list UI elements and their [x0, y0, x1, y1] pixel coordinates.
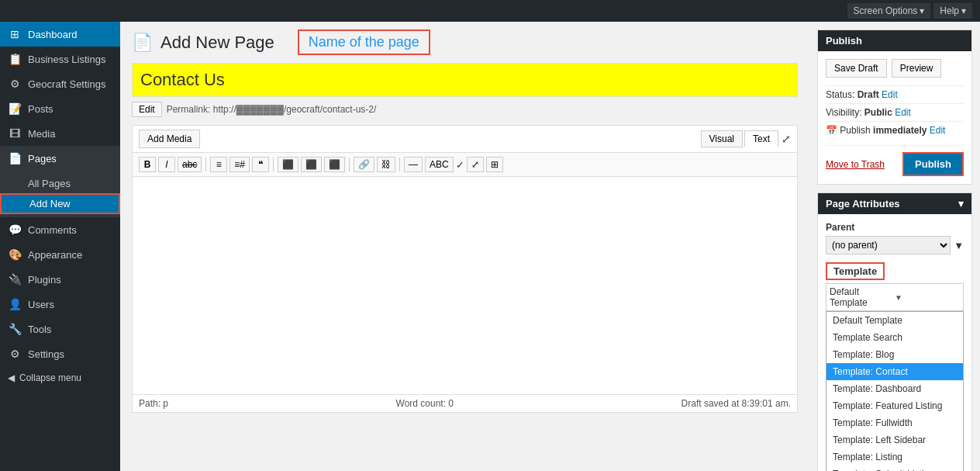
- strikethrough-button[interactable]: abc: [178, 157, 202, 172]
- fullscreen-editor-button[interactable]: ⤢: [467, 157, 484, 172]
- publish-buttons: Save Draft Preview: [826, 59, 964, 78]
- name-of-page-annotation: Name of the page: [298, 29, 430, 55]
- sidebar-item-comments[interactable]: 💬 Comments: [0, 217, 120, 242]
- publish-body: Save Draft Preview Status: Draft Edit Vi…: [818, 51, 971, 184]
- chevron-down-icon: ▾: [958, 198, 964, 210]
- publish-header: Publish: [818, 30, 971, 51]
- publish-edit-link[interactable]: Edit: [930, 125, 946, 136]
- parent-select-row: (no parent) ▼: [826, 236, 964, 255]
- template-option-search[interactable]: Template Search: [826, 329, 963, 346]
- page-title-input[interactable]: [132, 63, 798, 97]
- template-dropdown-list: Default Template Template Search Templat…: [826, 311, 964, 471]
- right-panel: Publish Save Draft Preview Status: Draft…: [809, 22, 980, 471]
- sidebar-item-users[interactable]: 👤 Users: [0, 292, 120, 317]
- sidebar-item-plugins[interactable]: 🔌 Plugins: [0, 267, 120, 292]
- blockquote-button[interactable]: ❝: [252, 157, 269, 172]
- collapse-icon: ◀: [8, 372, 15, 383]
- parent-label: Parent: [826, 222, 964, 233]
- template-select-shown[interactable]: Default Template ▼: [826, 283, 964, 311]
- business-listings-icon: 📋: [8, 53, 22, 65]
- editor-body[interactable]: [133, 177, 797, 394]
- sidebar-item-business-listings[interactable]: 📋 Business Listings: [0, 47, 120, 71]
- template-option-dashboard[interactable]: Template: Dashboard: [826, 380, 963, 397]
- editor-container: Add Media Visual Text ⤢ B I abc ≡ ≡# ❝: [132, 125, 798, 413]
- visibility-value: Public: [864, 107, 892, 118]
- template-dropdown-arrow: ▼: [895, 293, 960, 302]
- table-button[interactable]: ⊞: [486, 157, 503, 172]
- template-option-submit[interactable]: Template: Submit Listing: [826, 466, 963, 471]
- sidebar-item-tools[interactable]: 🔧 Tools: [0, 317, 120, 341]
- link-button[interactable]: 🔗: [354, 157, 374, 172]
- settings-icon: ⚙: [8, 348, 22, 360]
- path-indicator: Path: p: [139, 398, 168, 409]
- unlink-button[interactable]: ⛓: [377, 157, 395, 172]
- page-attributes-box: Page Attributes ▾ Parent (no parent) ▼ T…: [817, 192, 972, 471]
- status-label: Status:: [826, 89, 854, 100]
- template-option-fullwidth[interactable]: Template: Fullwidth: [826, 414, 963, 431]
- add-media-section: Add Media: [139, 130, 200, 148]
- dropdown-icon: ▼: [954, 240, 964, 251]
- sidebar-item-pages[interactable]: 📄 Pages: [0, 146, 120, 171]
- screen-options-button[interactable]: Screen Options ▾: [847, 3, 931, 19]
- publish-label: Publish: [840, 125, 870, 136]
- template-option-blog[interactable]: Template: Blog: [826, 346, 963, 363]
- template-option-left-sidebar[interactable]: Template: Left Sidebar: [826, 431, 963, 448]
- main-content: 📄 Add New Page Name of the page Edit Per…: [120, 22, 809, 471]
- template-option-contact[interactable]: Template: Contact: [826, 363, 963, 380]
- posts-icon: 📝: [8, 102, 22, 115]
- top-bar: Screen Options ▾ Help ▾: [0, 0, 980, 22]
- move-to-trash-link[interactable]: Move to Trash: [826, 159, 885, 170]
- visibility-label: Visibility:: [826, 107, 861, 118]
- spell-check-button[interactable]: ABC: [425, 157, 454, 172]
- unordered-list-button[interactable]: ≡: [210, 157, 227, 172]
- parent-select[interactable]: (no parent): [826, 236, 951, 255]
- more-button[interactable]: —: [404, 157, 423, 172]
- align-center-button[interactable]: ⬛: [301, 157, 322, 172]
- page-title-row: 📄 Add New Page Name of the page: [132, 29, 798, 55]
- sidebar-item-posts[interactable]: 📝 Posts: [0, 96, 120, 121]
- fullscreen-icon[interactable]: ⤢: [782, 133, 791, 145]
- italic-button[interactable]: I: [158, 157, 175, 172]
- pages-submenu: All Pages Add New: [0, 171, 120, 217]
- template-option-featured[interactable]: Template: Featured Listing: [826, 397, 963, 414]
- edit-permalink-button[interactable]: Edit: [132, 102, 162, 117]
- appearance-icon: 🎨: [8, 248, 22, 261]
- template-label: Template: [826, 262, 885, 280]
- visual-tab[interactable]: Visual: [701, 130, 743, 147]
- visibility-edit-link[interactable]: Edit: [895, 107, 911, 118]
- layout: ⊞ Dashboard 📋 Business Listings ⚙ Geocra…: [0, 22, 980, 471]
- text-tab[interactable]: Text: [744, 130, 778, 147]
- collapse-menu[interactable]: ◀ Collapse menu: [0, 366, 120, 390]
- page-attributes-header: Page Attributes ▾: [818, 193, 971, 214]
- users-icon: 👤: [8, 298, 22, 310]
- bold-button[interactable]: B: [139, 157, 156, 172]
- add-media-button[interactable]: Add Media: [139, 130, 200, 148]
- draft-saved: Draft saved at 8:39:01 am.: [682, 398, 791, 409]
- sidebar: ⊞ Dashboard 📋 Business Listings ⚙ Geocra…: [0, 22, 120, 471]
- save-draft-button[interactable]: Save Draft: [826, 59, 887, 78]
- sidebar-all-pages[interactable]: All Pages: [0, 174, 120, 193]
- tools-icon: 🔧: [8, 323, 22, 335]
- editor-toolbar-top: Add Media Visual Text ⤢: [133, 126, 797, 153]
- template-option-listing[interactable]: Template: Listing: [826, 448, 963, 466]
- status-edit-link[interactable]: Edit: [882, 89, 898, 100]
- publish-button[interactable]: Publish: [902, 152, 964, 176]
- align-left-button[interactable]: ⬛: [278, 157, 298, 172]
- publish-time-icon: 📅: [826, 125, 837, 136]
- template-option-default[interactable]: Default Template: [826, 312, 963, 329]
- preview-button[interactable]: Preview: [892, 59, 942, 78]
- align-right-button[interactable]: ⬛: [324, 157, 345, 172]
- ordered-list-button[interactable]: ≡#: [229, 157, 250, 172]
- page-heading: Add New Page: [160, 33, 274, 53]
- spell-check-icon: ✓: [456, 159, 464, 171]
- sidebar-item-settings[interactable]: ⚙ Settings: [0, 341, 120, 366]
- sidebar-add-new[interactable]: Add New: [0, 193, 120, 214]
- view-toggle: Visual Text: [701, 130, 778, 147]
- sidebar-item-geocraft-settings[interactable]: ⚙ Geocraft Settings: [0, 71, 120, 96]
- publish-box: Publish Save Draft Preview Status: Draft…: [817, 29, 972, 185]
- help-button[interactable]: Help ▾: [933, 3, 972, 19]
- editor-toolbar: B I abc ≡ ≡# ❝ ⬛ ⬛ ⬛ 🔗 ⛓ — ABC ✓ ⤢ ⊞: [133, 153, 797, 177]
- sidebar-item-media[interactable]: 🎞 Media: [0, 121, 120, 146]
- sidebar-item-dashboard[interactable]: ⊞ Dashboard: [0, 22, 120, 47]
- sidebar-item-appearance[interactable]: 🎨 Appearance: [0, 242, 120, 267]
